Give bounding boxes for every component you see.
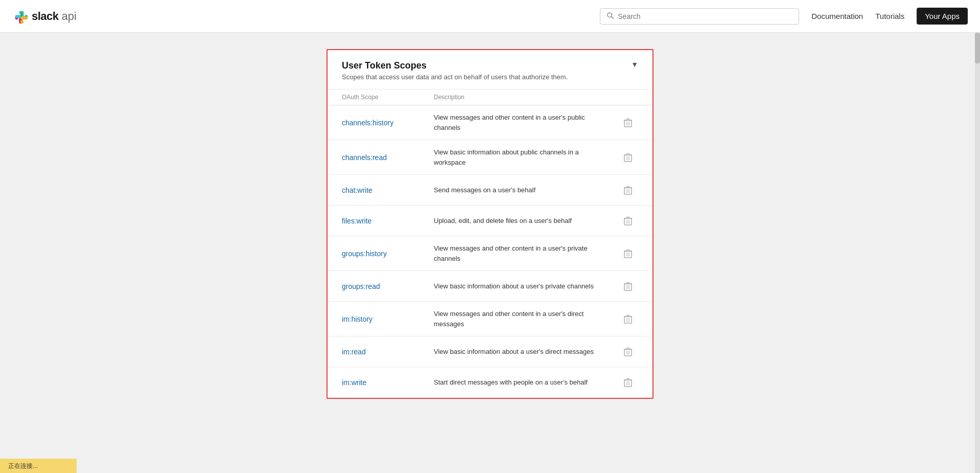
logo-api-text: api [62, 10, 77, 23]
delete-scope-button-5[interactable] [618, 280, 638, 293]
scope-name-6[interactable]: im:history [342, 315, 434, 323]
table-row: chat:write Send messages on a user's beh… [328, 175, 652, 206]
scope-description-7: View basic information about a user's di… [434, 347, 618, 357]
scopes-table: OAuth Scope Description channels:history… [328, 89, 652, 398]
bottom-bar-text: 正在连接... [8, 462, 38, 470]
user-token-scopes-container: User Token Scopes Scopes that access use… [326, 49, 654, 399]
slack-logo: slack api [12, 8, 77, 25]
scope-name-3[interactable]: files:write [342, 217, 434, 225]
delete-scope-button-6[interactable] [618, 312, 638, 326]
scope-description-4: View messages and other content in a use… [434, 243, 618, 263]
table-row: groups:read View basic information about… [328, 271, 652, 302]
delete-scope-button-0[interactable] [618, 116, 638, 129]
svg-rect-17 [624, 218, 632, 225]
your-apps-button[interactable]: Your Apps [917, 8, 968, 25]
delete-scope-button-3[interactable] [618, 214, 638, 228]
svg-rect-27 [624, 284, 632, 290]
delete-scope-button-8[interactable] [618, 376, 638, 389]
delete-scope-button-4[interactable] [618, 247, 638, 260]
scope-description-0: View messages and other content in a use… [434, 112, 618, 132]
section-subtitle: Scopes that access user data and act on … [342, 73, 568, 81]
scopes-rows: channels:history View messages and other… [328, 105, 652, 398]
tutorials-link[interactable]: Tutorials [875, 12, 904, 20]
scope-description-3: Upload, edit, and delete files on a user… [434, 216, 618, 226]
svg-rect-22 [624, 251, 632, 258]
header-scope: OAuth Scope [342, 94, 434, 101]
header-action [618, 94, 638, 101]
table-row: im:history View messages and other conte… [328, 302, 652, 336]
header-nav: Documentation Tutorials Your Apps [600, 8, 968, 25]
delete-scope-button-7[interactable] [618, 345, 638, 358]
table-header-row: OAuth Scope Description [328, 89, 652, 105]
svg-rect-7 [624, 155, 632, 162]
section-title: User Token Scopes [342, 60, 568, 71]
table-row: im:read View basic information about a u… [328, 336, 652, 367]
table-row: channels:read View basic information abo… [328, 140, 652, 175]
content-wrapper: User Token Scopes Scopes that access use… [326, 49, 654, 463]
main-content: User Token Scopes Scopes that access use… [0, 33, 980, 473]
section-title-area: User Token Scopes Scopes that access use… [342, 60, 568, 81]
table-row: im:write Start direct messages with peop… [328, 367, 652, 398]
scope-name-7[interactable]: im:read [342, 348, 434, 356]
scope-description-2: Send messages on a user's behalf [434, 185, 618, 195]
svg-rect-37 [624, 349, 632, 356]
logo-slack-text: slack [32, 10, 59, 23]
delete-scope-button-2[interactable] [618, 184, 638, 197]
slack-logo-icon [12, 8, 29, 25]
scope-name-8[interactable]: im:write [342, 378, 434, 387]
table-row: groups:history View messages and other c… [328, 236, 652, 271]
logo-area: slack api [12, 8, 77, 25]
scope-description-5: View basic information about a user's pr… [434, 281, 618, 291]
search-box[interactable] [600, 8, 799, 25]
svg-line-1 [612, 16, 614, 18]
scope-name-2[interactable]: chat:write [342, 186, 434, 194]
scope-name-0[interactable]: channels:history [342, 119, 434, 127]
scope-name-1[interactable]: channels:read [342, 153, 434, 162]
svg-rect-12 [624, 188, 632, 194]
scrollbar-thumb[interactable] [975, 33, 980, 63]
scope-description-1: View basic information about public chan… [434, 147, 618, 167]
bottom-bar: 正在连接... [0, 459, 77, 473]
right-scrollbar[interactable] [975, 33, 980, 473]
scope-description-6: View messages and other content in a use… [434, 309, 618, 329]
table-row: channels:history View messages and other… [328, 105, 652, 140]
search-input[interactable] [618, 12, 792, 20]
svg-rect-42 [624, 380, 632, 387]
svg-rect-32 [624, 317, 632, 323]
documentation-link[interactable]: Documentation [811, 12, 863, 20]
table-row: files:write Upload, edit, and delete fil… [328, 206, 652, 236]
scope-name-5[interactable]: groups:read [342, 282, 434, 290]
section-header: User Token Scopes Scopes that access use… [328, 50, 652, 89]
scope-description-8: Start direct messages with people on a u… [434, 377, 618, 388]
header-description: Description [434, 94, 618, 101]
dropdown-icon[interactable]: ▼ [631, 60, 638, 69]
svg-rect-2 [624, 120, 632, 127]
scope-name-4[interactable]: groups:history [342, 250, 434, 258]
search-icon [606, 12, 614, 21]
delete-scope-button-1[interactable] [618, 151, 638, 164]
header: slack api Documentation Tutorials Your A… [0, 0, 980, 33]
